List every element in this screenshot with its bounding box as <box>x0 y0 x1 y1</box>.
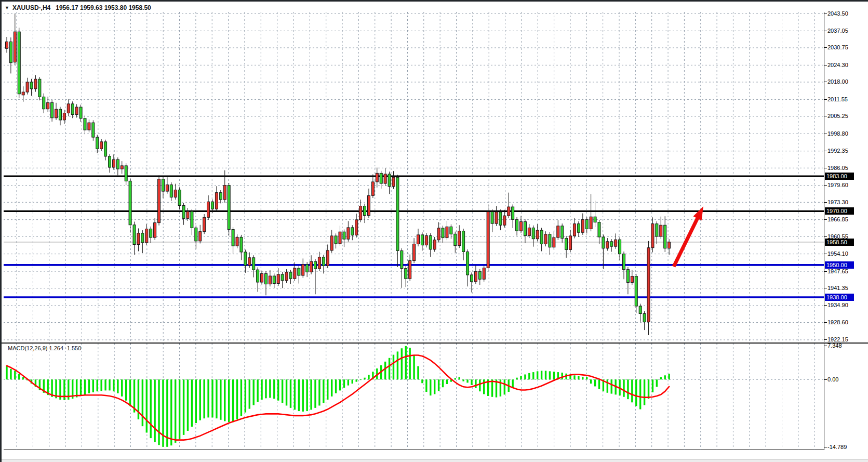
price-axis-tick <box>824 185 827 186</box>
price-axis-label: 1986.05 <box>827 165 848 171</box>
price-axis-label: 1928.60 <box>827 319 848 326</box>
macd-axis-label: 0.00 <box>827 376 838 383</box>
price-axis-tick <box>824 271 827 272</box>
price-axis-label: 2005.25 <box>827 113 848 120</box>
macd-axis-tick <box>824 346 827 346</box>
price-axis-tick <box>824 116 827 116</box>
macd-indicator-label: MACD(12,26,9) 1.264 -1.550 <box>8 345 81 351</box>
price-axis-label: 1966.85 <box>827 216 848 223</box>
chart-frame: ▼ XAUUSD-,H4 1956.17 1959.63 1953.80 195… <box>0 0 868 462</box>
price-axis-label: 1973.30 <box>827 199 848 206</box>
main-chart-panel[interactable] <box>4 12 824 342</box>
chart-title-bar: ▼ XAUUSD-,H4 1956.17 1959.63 1953.80 195… <box>5 4 151 12</box>
chart-window: { "window": { "dropdown_icon": "\u25bc",… <box>0 0 868 462</box>
price-axis-label: 2011.55 <box>827 96 848 103</box>
price-axis-tick <box>824 65 827 65</box>
price-level-badge: 1983.00 <box>825 173 854 180</box>
chart-title-symbol: XAUUSD-,H4 <box>12 4 50 11</box>
price-axis-tick <box>824 339 827 340</box>
price-axis-tick <box>824 134 827 134</box>
price-axis-tick <box>824 14 827 14</box>
price-axis-tick <box>824 47 827 48</box>
price-axis-label: 1934.90 <box>827 302 848 309</box>
macd-axis-tick <box>824 447 827 447</box>
price-level-badge: 1938.00 <box>825 294 854 301</box>
price-axis-label: 1979.60 <box>827 182 848 189</box>
macd-label-text: MACD(12,26,9) <box>8 345 47 351</box>
price-axis-label: 2043.50 <box>827 10 848 17</box>
price-axis-tick <box>824 236 827 237</box>
time-axis[interactable]: 11 May 202312 May 08:0015 May 16:0017 Ma… <box>2 450 868 459</box>
current-price-badge: 1958.50 <box>825 239 854 246</box>
macd-axis-label: 7.348 <box>827 342 842 349</box>
price-axis-label: 2030.75 <box>827 44 848 51</box>
price-axis-label: 2037.05 <box>827 28 848 34</box>
price-axis-label: 1947.65 <box>827 268 848 275</box>
price-axis-tick <box>824 254 827 254</box>
price-axis-label: 1954.10 <box>827 250 848 257</box>
price-axis-label: 2018.00 <box>827 78 848 85</box>
macd-chart-svg[interactable] <box>4 344 824 450</box>
price-axis-tick <box>824 82 827 82</box>
candlestick-chart-svg[interactable] <box>4 12 824 342</box>
price-axis-label: 2024.30 <box>827 62 848 69</box>
price-axis-tick <box>824 168 827 168</box>
macd-signal-line <box>7 355 669 440</box>
price-axis-tick <box>824 288 827 288</box>
bottom-strip <box>2 459 868 462</box>
price-axis-label: 1998.80 <box>827 130 848 137</box>
price-axis-tick <box>824 202 827 203</box>
candlestick-series[interactable] <box>6 14 671 335</box>
macd-indicator-panel[interactable] <box>4 344 824 450</box>
chart-title-ohlc: 1956.17 1959.63 1953.80 1958.50 <box>56 4 151 11</box>
macd-axis-tick <box>824 379 827 380</box>
price-axis-label: 1992.35 <box>827 148 848 154</box>
symbol-dropdown-icon[interactable]: ▼ <box>5 5 9 10</box>
price-axis-tick <box>824 151 827 151</box>
price-level-badge: 1970.00 <box>825 207 854 215</box>
price-axis-tick <box>824 305 827 306</box>
price-axis-tick <box>824 219 827 220</box>
price-axis-tick <box>824 322 827 323</box>
price-axis-tick <box>824 99 827 100</box>
price-axis-tick <box>824 31 827 31</box>
price-axis-label: 1941.35 <box>827 285 848 292</box>
price-level-badge: 1950.00 <box>825 261 854 269</box>
macd-label-values: 1.264 -1.550 <box>49 345 81 351</box>
